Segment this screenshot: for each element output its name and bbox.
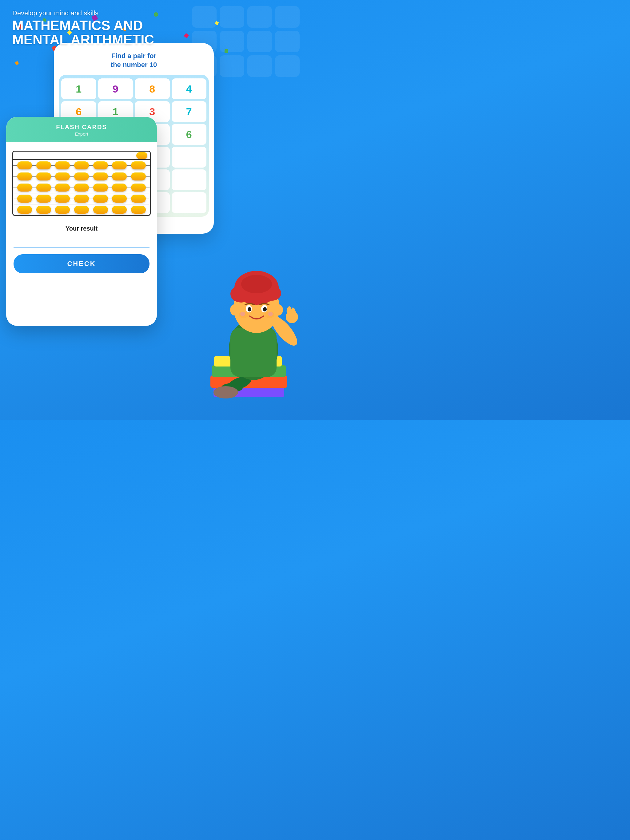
abacus-bead — [17, 172, 32, 180]
number-cell-empty — [172, 169, 207, 190]
result-input[interactable] — [14, 236, 149, 248]
abacus-bead — [131, 161, 146, 169]
abacus-bead — [36, 206, 51, 214]
abacus-bead — [17, 206, 32, 214]
result-label: Your result — [14, 225, 149, 232]
abacus-bead — [112, 195, 127, 203]
abacus-bead — [112, 161, 127, 169]
abacus-bead — [131, 206, 146, 214]
abacus-top-bead — [136, 152, 147, 159]
abacus-bead — [74, 183, 89, 191]
abacus-bead — [74, 195, 89, 203]
svg-point-6 — [214, 386, 238, 398]
abacus-bead — [74, 172, 89, 180]
number-grid-card-title: Find a pair for the number 10 — [60, 52, 207, 69]
abacus-bead — [55, 161, 70, 169]
abacus-bead — [131, 195, 146, 203]
abacus-bead — [93, 161, 108, 169]
number-cell[interactable]: 7 — [172, 101, 207, 122]
abacus-bead — [17, 161, 32, 169]
abacus-row — [13, 160, 150, 171]
svg-rect-8 — [230, 328, 277, 377]
abacus-bead — [17, 195, 32, 203]
abacus-bead — [55, 172, 70, 180]
abacus-bead — [55, 183, 70, 191]
abacus-bead — [93, 172, 108, 180]
svg-point-25 — [268, 312, 273, 316]
character-illustration — [195, 260, 312, 420]
abacus-bead — [112, 183, 127, 191]
abacus-illustration — [12, 151, 151, 216]
abacus-bead — [93, 183, 108, 191]
abacus-top-bar — [13, 152, 150, 160]
abacus-row — [13, 193, 150, 204]
svg-point-27 — [274, 305, 283, 316]
flash-card-label: FLASH CARDS — [12, 123, 151, 131]
abacus-bead — [112, 206, 127, 214]
number-cell[interactable]: 6 — [172, 124, 207, 145]
abacus-row — [13, 204, 150, 215]
abacus-bead — [74, 161, 89, 169]
number-cell[interactable]: 9 — [98, 78, 133, 99]
abacus-bead — [55, 206, 70, 214]
abacus-bead — [131, 172, 146, 180]
check-button[interactable]: CHECK — [14, 254, 149, 273]
abacus-bead — [112, 172, 127, 180]
abacus-bead — [55, 195, 70, 203]
flash-card: FLASH CARDS Expert — [6, 117, 157, 326]
abacus-bead — [131, 183, 146, 191]
svg-point-24 — [240, 312, 245, 316]
svg-point-20 — [248, 307, 251, 311]
number-cell[interactable]: 1 — [61, 78, 96, 99]
svg-point-21 — [263, 307, 267, 311]
abacus-bead — [36, 161, 51, 169]
abacus-bead — [93, 206, 108, 214]
header-title: MATHEMATICS AND MENTAL ARITHMETIC — [12, 19, 154, 47]
number-cell[interactable]: 4 — [172, 78, 207, 99]
abacus-bead — [74, 206, 89, 214]
abacus-bead — [36, 172, 51, 180]
abacus-bead — [93, 195, 108, 203]
abacus-row — [13, 182, 150, 193]
number-cell[interactable]: 8 — [135, 78, 170, 99]
number-grid-card-header: Find a pair for the number 10 — [54, 43, 214, 75]
svg-point-17 — [241, 275, 272, 293]
header: Develop your mind and skills MATHEMATICS… — [12, 9, 154, 47]
svg-point-26 — [230, 305, 239, 316]
abacus-bead — [36, 195, 51, 203]
abacus-bead — [17, 183, 32, 191]
number-cell-empty — [172, 192, 207, 213]
result-section: Your result CHECK — [6, 222, 157, 273]
header-subtitle: Develop your mind and skills — [12, 9, 154, 17]
abacus-bead — [36, 183, 51, 191]
flash-card-header: FLASH CARDS Expert — [6, 117, 157, 142]
number-cell-empty — [172, 147, 207, 167]
abacus-row — [13, 171, 150, 182]
flash-card-sublabel: Expert — [12, 131, 151, 136]
